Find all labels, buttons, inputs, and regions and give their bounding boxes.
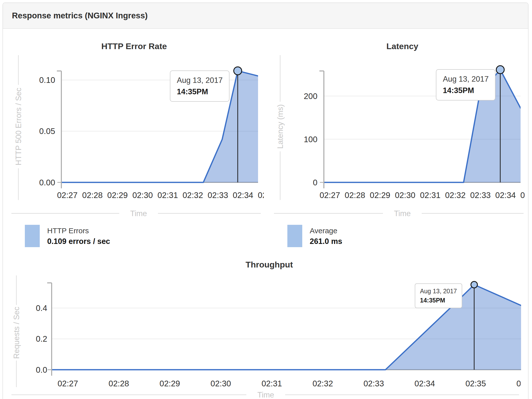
- chart-throughput: Throughput0.00.20.402:2702:2802:2902:300…: [11, 260, 532, 399]
- y-tick-label: 200: [304, 92, 317, 101]
- y-tick-label: 0: [313, 178, 317, 187]
- chart-title: HTTP Error Rate: [101, 41, 167, 51]
- x-axis-title: Time: [394, 209, 411, 218]
- y-tick-label: 0.4: [36, 303, 47, 313]
- y-axis-title: HTTP 500 Errors / Sec: [14, 88, 23, 166]
- tooltip-date: Aug 13, 2017: [420, 287, 457, 296]
- x-tick-label: 02:32: [183, 191, 203, 200]
- tooltip-time: 14:35PM: [443, 85, 489, 96]
- tooltip-http-error-rate: Aug 13, 2017 14:35PM: [170, 70, 229, 102]
- tooltip-time: 14:35PM: [420, 296, 457, 305]
- x-tick-label: 02:34: [233, 191, 253, 200]
- y-axis-title: Latency (ms): [276, 104, 285, 149]
- legend-value: 261.0 ms: [310, 236, 342, 247]
- charts-canvas: HTTP Error Rate0.000.050.1002:2702:2802:…: [0, 0, 532, 399]
- x-tick-label: 02:31: [157, 191, 178, 200]
- x-tick-label: 02:28: [109, 379, 129, 388]
- x-tick-label: 02:28: [345, 191, 365, 200]
- legend-swatch: [287, 225, 302, 247]
- legend-label: HTTP Errors: [47, 225, 110, 236]
- x-tick-label: 02:32: [445, 191, 466, 200]
- tooltip-date: Aug 13, 2017: [177, 75, 223, 86]
- y-tick-label: 0.10: [39, 75, 55, 85]
- y-tick-label: 100: [304, 135, 317, 144]
- x-tick-label: 02:34: [415, 379, 435, 388]
- chart-latency: Latency010020002:2702:2802:2902:3002:310…: [274, 41, 532, 218]
- legend-average: Average 261.0 ms: [287, 225, 342, 247]
- x-tick-label: 02:27: [320, 191, 340, 200]
- legend-swatch: [25, 225, 40, 247]
- x-tick-label: 02:32: [312, 379, 333, 388]
- y-tick-label: 0.2: [36, 334, 47, 343]
- x-tick-label: 02:35: [520, 191, 532, 200]
- x-axis-title: Time: [130, 209, 147, 218]
- x-tick-label: 02:30: [395, 191, 416, 200]
- x-tick-label: 02:34: [495, 191, 516, 200]
- x-tick-label: 02:29: [370, 191, 390, 200]
- legend-value: 0.109 errors / sec: [47, 236, 110, 247]
- x-tick-label: 02:30: [132, 191, 153, 200]
- x-tick-label: 02:27: [58, 379, 78, 388]
- hover-marker[interactable]: [471, 281, 477, 288]
- chart-title: Throughput: [246, 260, 293, 269]
- y-axis-title: Requests / Sec: [12, 307, 21, 359]
- x-tick-label: 02:35: [465, 379, 486, 388]
- hover-marker[interactable]: [234, 67, 242, 75]
- x-tick-label: 02:33: [363, 379, 384, 388]
- chart-http-error-rate: HTTP Error Rate0.000.050.1002:2702:2802:…: [11, 41, 278, 218]
- x-tick-label: 02:36: [516, 379, 532, 388]
- legend-label: Average: [310, 225, 342, 236]
- tooltip-latency: Aug 13, 2017 14:35PM: [436, 69, 495, 100]
- x-tick-label: 02:35: [258, 191, 278, 200]
- y-tick-label: 0.0: [36, 365, 47, 374]
- x-tick-label: 02:33: [208, 191, 228, 200]
- x-tick-label: 02:28: [82, 191, 103, 200]
- tooltip-throughput: Aug 13, 2017 14:35PM: [415, 283, 462, 308]
- x-axis-title: Time: [257, 391, 274, 399]
- x-tick-label: 02:31: [420, 191, 441, 200]
- page: Response metrics (NGINX Ingress) HTTP Er…: [0, 0, 532, 399]
- y-tick-label: 0.05: [39, 127, 55, 136]
- x-tick-label: 02:33: [470, 191, 491, 200]
- hover-marker[interactable]: [496, 66, 504, 74]
- legend-http-errors: HTTP Errors 0.109 errors / sec: [25, 225, 110, 247]
- y-tick-label: 0.00: [39, 178, 55, 187]
- x-tick-label: 02:31: [262, 379, 282, 388]
- tooltip-date: Aug 13, 2017: [443, 73, 489, 85]
- x-tick-label: 02:29: [107, 191, 128, 200]
- x-tick-label: 02:29: [159, 379, 180, 388]
- x-tick-label: 02:27: [57, 191, 78, 200]
- x-tick-label: 02:30: [211, 379, 231, 388]
- chart-title: Latency: [386, 41, 418, 51]
- tooltip-time: 14:35PM: [177, 86, 223, 98]
